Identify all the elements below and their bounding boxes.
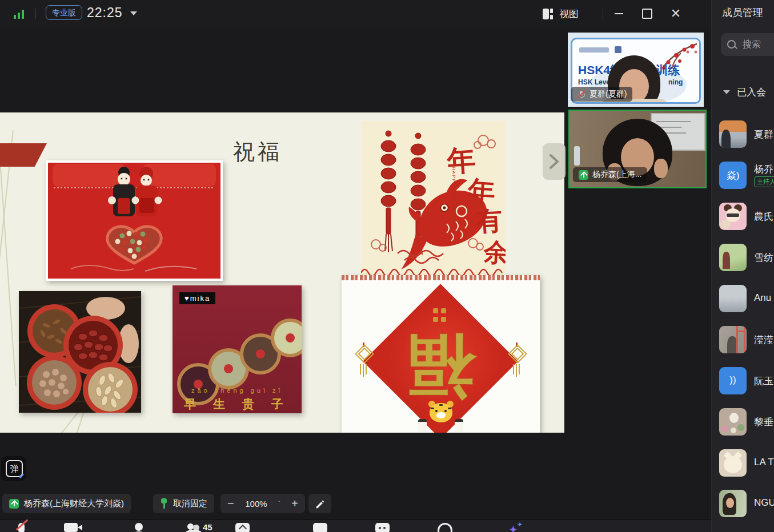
video-name-bar: 夏群(夏群) xyxy=(571,87,632,102)
screen-share-icon xyxy=(9,499,19,509)
presenter-name: 杨乔森(上海财经大学刘焱) xyxy=(24,498,124,509)
joined-section-header[interactable]: 已入会 xyxy=(723,86,766,99)
chat-icon xyxy=(375,523,390,532)
ai-sparkle-small-icon: ✦ xyxy=(517,521,523,529)
record-button[interactable] xyxy=(438,523,452,532)
video-participant-name: 杨乔森(上海... xyxy=(592,170,641,180)
camera-button[interactable] xyxy=(64,523,78,532)
invite-button[interactable] xyxy=(135,523,143,531)
participant-count: 45 xyxy=(203,522,212,532)
close-icon: ✕ xyxy=(671,7,681,20)
screen-share-icon xyxy=(579,170,588,180)
slide-title: 祝福 xyxy=(233,138,282,167)
member-avatar: 焱) xyxy=(719,162,747,189)
chat-button[interactable] xyxy=(375,523,390,532)
member-avatar xyxy=(719,203,747,230)
participant-icon xyxy=(135,523,143,531)
university-logo xyxy=(579,47,609,53)
fish-subtitle: HAPPY NEW YEAR xyxy=(451,167,456,220)
maximize-button[interactable] xyxy=(639,6,656,22)
video-thumbnail-xiaqun[interactable]: HSK4级 训练 HSK Level IV ning 夏群(夏群) xyxy=(568,33,704,107)
mic-muted-icon xyxy=(577,90,585,99)
hsk-subtitle-right: ning xyxy=(668,78,683,86)
member-row[interactable]: NGU xyxy=(712,490,774,524)
view-button[interactable]: 视图 xyxy=(543,6,579,22)
minimize-icon xyxy=(615,13,623,14)
signal-bars-icon xyxy=(14,9,27,19)
member-row[interactable]: 滢滢 xyxy=(712,326,774,360)
zoom-control: − 100% ˇ + xyxy=(220,494,305,513)
close-button[interactable]: ✕ xyxy=(667,6,684,22)
host-badge: 主持人 xyxy=(754,176,774,187)
member-name: 杨乔 xyxy=(754,163,773,176)
panel-title: 成员管理 xyxy=(722,6,763,19)
unpin-button[interactable]: 取消固定 xyxy=(153,494,214,513)
docs-icon xyxy=(313,523,327,532)
share-screen-icon xyxy=(235,523,250,532)
pin-icon xyxy=(160,498,168,509)
ai-assistant-button[interactable]: ✦ ✦ xyxy=(508,523,518,532)
member-avatar xyxy=(719,449,747,477)
decorative-stem xyxy=(0,147,17,386)
zoom-out-button[interactable]: − xyxy=(227,497,234,510)
minimize-button[interactable] xyxy=(610,6,627,22)
slide-image-fu-diamond: 福 xyxy=(342,275,540,433)
video-name-bar: 杨乔森(上海... xyxy=(573,167,647,182)
slide-image-nut-bowls xyxy=(19,291,141,413)
pro-version-badge[interactable]: 专业版 xyxy=(46,5,82,20)
mic-button[interactable] xyxy=(18,523,25,532)
decorative-grass xyxy=(60,412,78,433)
docs-button[interactable] xyxy=(313,523,327,532)
caret-down-icon[interactable] xyxy=(130,11,137,15)
presenter-label-chip: 杨乔森(上海财经大学刘焱) xyxy=(2,494,131,513)
tiger-cartoon xyxy=(422,400,460,433)
meeting-toolbar xyxy=(0,519,711,532)
fish-char-2: 年 xyxy=(466,175,496,207)
avatar-text: )) xyxy=(719,374,747,386)
video-thumbnail-yangqiaosen[interactable]: 杨乔森(上海... xyxy=(568,110,707,188)
zoom-in-button[interactable]: + xyxy=(291,497,298,510)
maximize-icon xyxy=(642,9,652,19)
member-name: 農氏 xyxy=(754,210,773,223)
avatar-text: 焱) xyxy=(719,169,747,182)
member-management-panel: 成员管理 已入会 夏群 焱) 杨乔 主持人 農氏 雪纺 Anu 滢滢 xyxy=(711,0,774,532)
collapse-triangle-icon xyxy=(723,90,730,94)
member-row[interactable]: 農氏 xyxy=(712,203,774,237)
annotate-button[interactable] xyxy=(308,494,331,513)
member-avatar xyxy=(719,326,747,353)
divider xyxy=(35,9,36,19)
fu-character: 福 xyxy=(342,320,540,411)
ornate-border-decoration xyxy=(342,275,540,280)
camera-lens xyxy=(78,525,82,530)
member-row[interactable]: Anu xyxy=(712,285,774,319)
divider xyxy=(603,9,603,19)
fish-char-4: 余 xyxy=(482,238,506,267)
fish-char-1: 年 xyxy=(445,144,477,178)
member-avatar xyxy=(719,120,747,148)
member-name: NGU xyxy=(754,497,774,509)
participants-bodies xyxy=(186,530,202,532)
member-name: 黎垂 xyxy=(754,416,773,429)
video-participant-name: 夏群(夏群) xyxy=(589,89,627,99)
member-avatar xyxy=(719,490,747,517)
danmaku-toggle-button[interactable]: 弹 ✔ xyxy=(1,456,26,481)
mika-brand-chip: ♥mika xyxy=(179,292,215,304)
bottle xyxy=(574,146,580,166)
record-icon xyxy=(438,523,452,532)
member-row[interactable]: 雪纺 xyxy=(712,244,774,278)
member-name: Anu xyxy=(754,292,771,304)
slide-image-mika-card: ♥mika zǎo shēng guì zǐ 早 生 贵 子 xyxy=(173,285,302,413)
zoom-caret-icon[interactable]: ˇ xyxy=(278,500,280,507)
mika-pinyin: zǎo shēng guì zǐ xyxy=(173,387,302,394)
member-row[interactable]: 夏群 xyxy=(712,120,774,155)
share-screen-button[interactable] xyxy=(235,523,250,532)
member-row[interactable]: 黎垂 xyxy=(712,408,774,442)
title-bar: 专业版 22:25 视图 ✕ xyxy=(0,0,711,27)
zoom-value[interactable]: 100% xyxy=(245,499,267,509)
check-icon: ✔ xyxy=(18,471,25,481)
institute-logo xyxy=(615,46,621,53)
member-row[interactable]: )) 阮玉 xyxy=(712,367,774,401)
member-row[interactable]: 焱) 杨乔 主持人 xyxy=(712,162,774,196)
next-slide-button[interactable] xyxy=(543,143,566,180)
member-row[interactable]: LA T xyxy=(712,449,774,483)
